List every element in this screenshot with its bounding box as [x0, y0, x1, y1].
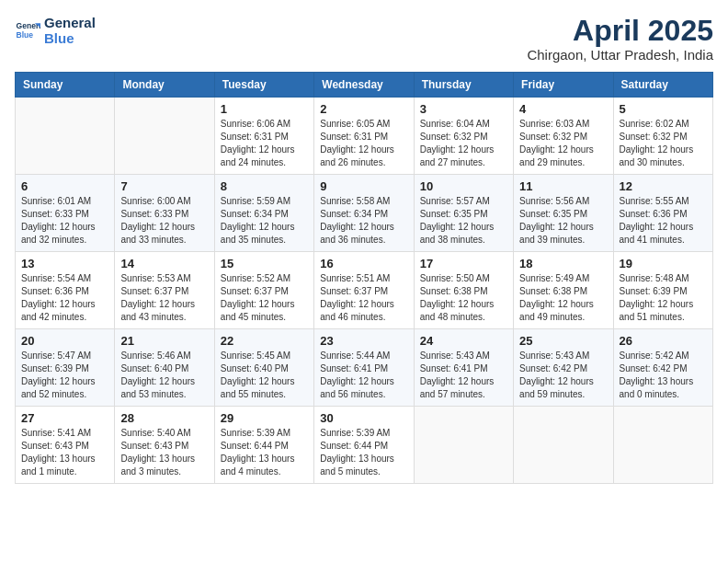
- calendar-cell: 16Sunrise: 5:51 AM Sunset: 6:37 PM Dayli…: [314, 252, 414, 329]
- day-number: 22: [221, 334, 308, 348]
- logo-blue: Blue: [44, 30, 96, 46]
- page-header: General Blue General Blue April 2025 Chi…: [15, 15, 713, 63]
- cell-info: Sunrise: 5:39 AM Sunset: 6:44 PM Dayligh…: [221, 427, 308, 478]
- day-number: 4: [519, 102, 607, 116]
- calendar-cell: 27Sunrise: 5:41 AM Sunset: 6:43 PM Dayli…: [16, 407, 115, 484]
- day-number: 11: [519, 179, 607, 193]
- cell-info: Sunrise: 5:56 AM Sunset: 6:35 PM Dayligh…: [519, 195, 607, 247]
- cell-info: Sunrise: 6:04 AM Sunset: 6:32 PM Dayligh…: [420, 118, 507, 169]
- calendar-cell: 17Sunrise: 5:50 AM Sunset: 6:38 PM Dayli…: [414, 252, 513, 329]
- cell-info: Sunrise: 5:48 AM Sunset: 6:39 PM Dayligh…: [620, 272, 707, 324]
- day-number: 14: [120, 257, 208, 270]
- calendar-cell: 25Sunrise: 5:43 AM Sunset: 6:42 PM Dayli…: [514, 329, 613, 407]
- week-row-4: 20Sunrise: 5:47 AM Sunset: 6:39 PM Dayli…: [16, 329, 713, 407]
- calendar-cell: 30Sunrise: 5:39 AM Sunset: 6:44 PM Dayli…: [314, 407, 414, 484]
- weekday-header-wednesday: Wednesday: [314, 73, 414, 98]
- calendar-cell: 7Sunrise: 6:00 AM Sunset: 6:33 PM Daylig…: [115, 175, 214, 252]
- calendar-cell: 21Sunrise: 5:46 AM Sunset: 6:40 PM Dayli…: [115, 329, 214, 407]
- calendar-cell: 12Sunrise: 5:55 AM Sunset: 6:36 PM Dayli…: [613, 175, 712, 252]
- day-number: 19: [620, 257, 707, 270]
- cell-info: Sunrise: 5:52 AM Sunset: 6:37 PM Dayligh…: [221, 272, 308, 324]
- cell-info: Sunrise: 6:00 AM Sunset: 6:33 PM Dayligh…: [120, 195, 208, 247]
- calendar-cell: 26Sunrise: 5:42 AM Sunset: 6:42 PM Dayli…: [613, 329, 712, 407]
- weekday-header-sunday: Sunday: [16, 73, 115, 98]
- title-area: April 2025 Chirgaon, Uttar Pradesh, Indi…: [527, 15, 713, 63]
- calendar-cell: 11Sunrise: 5:56 AM Sunset: 6:35 PM Dayli…: [514, 175, 613, 252]
- day-number: 5: [620, 102, 707, 116]
- cell-info: Sunrise: 5:51 AM Sunset: 6:37 PM Dayligh…: [320, 272, 407, 324]
- calendar-cell: 23Sunrise: 5:44 AM Sunset: 6:41 PM Dayli…: [314, 329, 414, 407]
- day-number: 24: [420, 334, 507, 348]
- cell-info: Sunrise: 5:57 AM Sunset: 6:35 PM Dayligh…: [420, 195, 507, 247]
- day-number: 21: [120, 334, 208, 348]
- cell-info: Sunrise: 5:41 AM Sunset: 6:43 PM Dayligh…: [21, 427, 108, 478]
- calendar-cell: 14Sunrise: 5:53 AM Sunset: 6:37 PM Dayli…: [115, 252, 214, 329]
- day-number: 29: [221, 411, 308, 425]
- day-number: 27: [21, 411, 108, 425]
- calendar-cell: 19Sunrise: 5:48 AM Sunset: 6:39 PM Dayli…: [613, 252, 712, 329]
- cell-info: Sunrise: 5:58 AM Sunset: 6:34 PM Dayligh…: [320, 195, 407, 247]
- calendar-cell: 8Sunrise: 5:59 AM Sunset: 6:34 PM Daylig…: [214, 175, 313, 252]
- calendar-cell: 13Sunrise: 5:54 AM Sunset: 6:36 PM Dayli…: [16, 252, 115, 329]
- cell-info: Sunrise: 5:47 AM Sunset: 6:39 PM Dayligh…: [21, 350, 108, 401]
- cell-info: Sunrise: 6:03 AM Sunset: 6:32 PM Dayligh…: [519, 118, 607, 169]
- cell-info: Sunrise: 6:06 AM Sunset: 6:31 PM Dayligh…: [221, 118, 308, 169]
- week-row-5: 27Sunrise: 5:41 AM Sunset: 6:43 PM Dayli…: [16, 407, 713, 484]
- cell-info: Sunrise: 5:43 AM Sunset: 6:42 PM Dayligh…: [519, 350, 607, 401]
- cell-info: Sunrise: 5:55 AM Sunset: 6:36 PM Dayligh…: [620, 195, 707, 247]
- calendar-header-row: SundayMondayTuesdayWednesdayThursdayFrid…: [16, 73, 713, 98]
- svg-text:Blue: Blue: [17, 30, 34, 40]
- cell-info: Sunrise: 5:49 AM Sunset: 6:38 PM Dayligh…: [519, 272, 607, 324]
- cell-info: Sunrise: 5:43 AM Sunset: 6:41 PM Dayligh…: [420, 350, 507, 401]
- cell-info: Sunrise: 5:50 AM Sunset: 6:38 PM Dayligh…: [420, 272, 507, 324]
- day-number: 25: [519, 334, 607, 348]
- location-title: Chirgaon, Uttar Pradesh, India: [527, 47, 713, 63]
- weekday-header-friday: Friday: [514, 73, 613, 98]
- calendar-cell: 28Sunrise: 5:40 AM Sunset: 6:43 PM Dayli…: [115, 407, 214, 484]
- svg-text:General: General: [17, 21, 40, 30]
- calendar-cell: 29Sunrise: 5:39 AM Sunset: 6:44 PM Dayli…: [214, 407, 313, 484]
- cell-info: Sunrise: 5:44 AM Sunset: 6:41 PM Dayligh…: [320, 350, 407, 401]
- cell-info: Sunrise: 6:02 AM Sunset: 6:32 PM Dayligh…: [620, 118, 707, 169]
- day-number: 18: [519, 257, 607, 270]
- calendar-cell: [16, 98, 115, 175]
- day-number: 16: [320, 257, 407, 270]
- calendar-cell: [613, 407, 712, 484]
- weekday-header-monday: Monday: [115, 73, 214, 98]
- calendar-cell: 2Sunrise: 6:05 AM Sunset: 6:31 PM Daylig…: [314, 98, 414, 175]
- weekday-header-saturday: Saturday: [613, 73, 712, 98]
- calendar-cell: 6Sunrise: 6:01 AM Sunset: 6:33 PM Daylig…: [16, 175, 115, 252]
- calendar-cell: 20Sunrise: 5:47 AM Sunset: 6:39 PM Dayli…: [16, 329, 115, 407]
- cell-info: Sunrise: 5:46 AM Sunset: 6:40 PM Dayligh…: [120, 350, 208, 401]
- cell-info: Sunrise: 5:39 AM Sunset: 6:44 PM Dayligh…: [320, 427, 407, 478]
- logo-general: General: [44, 15, 96, 30]
- cell-info: Sunrise: 5:53 AM Sunset: 6:37 PM Dayligh…: [120, 272, 208, 324]
- calendar-cell: 5Sunrise: 6:02 AM Sunset: 6:32 PM Daylig…: [613, 98, 712, 175]
- cell-info: Sunrise: 5:45 AM Sunset: 6:40 PM Dayligh…: [221, 350, 308, 401]
- calendar-cell: [414, 407, 513, 484]
- calendar-cell: 4Sunrise: 6:03 AM Sunset: 6:32 PM Daylig…: [514, 98, 613, 175]
- calendar-cell: 22Sunrise: 5:45 AM Sunset: 6:40 PM Dayli…: [214, 329, 313, 407]
- day-number: 2: [320, 102, 407, 116]
- day-number: 12: [620, 179, 707, 193]
- calendar-cell: [115, 98, 214, 175]
- day-number: 30: [320, 411, 407, 425]
- day-number: 17: [420, 257, 507, 270]
- day-number: 1: [221, 102, 308, 116]
- calendar-cell: 3Sunrise: 6:04 AM Sunset: 6:32 PM Daylig…: [414, 98, 513, 175]
- logo-icon: General Blue: [15, 17, 40, 43]
- cell-info: Sunrise: 5:40 AM Sunset: 6:43 PM Dayligh…: [120, 427, 208, 478]
- cell-info: Sunrise: 6:01 AM Sunset: 6:33 PM Dayligh…: [21, 195, 108, 247]
- calendar-cell: 18Sunrise: 5:49 AM Sunset: 6:38 PM Dayli…: [514, 252, 613, 329]
- weekday-header-thursday: Thursday: [414, 73, 513, 98]
- month-title: April 2025: [527, 15, 713, 47]
- cell-info: Sunrise: 5:54 AM Sunset: 6:36 PM Dayligh…: [21, 272, 108, 324]
- day-number: 6: [21, 179, 108, 193]
- week-row-3: 13Sunrise: 5:54 AM Sunset: 6:36 PM Dayli…: [16, 252, 713, 329]
- calendar-cell: 9Sunrise: 5:58 AM Sunset: 6:34 PM Daylig…: [314, 175, 414, 252]
- day-number: 26: [620, 334, 707, 348]
- cell-info: Sunrise: 5:59 AM Sunset: 6:34 PM Dayligh…: [221, 195, 308, 247]
- calendar-cell: 1Sunrise: 6:06 AM Sunset: 6:31 PM Daylig…: [214, 98, 313, 175]
- day-number: 13: [21, 257, 108, 270]
- day-number: 28: [120, 411, 208, 425]
